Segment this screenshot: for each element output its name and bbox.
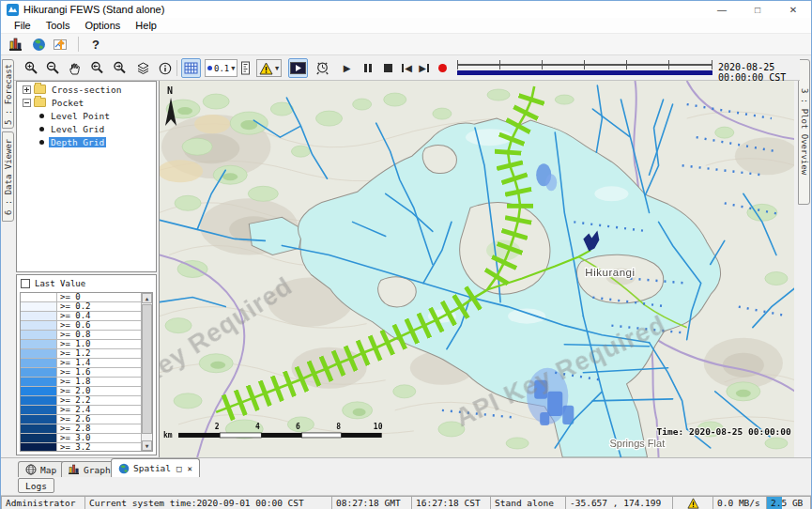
folder-icon <box>34 85 46 94</box>
tree-item-pocket[interactable]: Pocket <box>17 97 156 108</box>
legend-swatch <box>21 321 56 330</box>
zoom-out-icon[interactable] <box>43 58 63 78</box>
menu-help[interactable]: Help <box>128 19 164 32</box>
legend-row: >= 3.2 <box>21 443 152 452</box>
record-icon[interactable] <box>433 58 452 78</box>
undock-tab-icon[interactable]: □ <box>176 464 181 473</box>
pan-hand-icon[interactable] <box>65 58 84 78</box>
map-view[interactable]: API Key Required API Key Required Hikura… <box>159 81 794 457</box>
window-title: Hikurangi FEWS (Stand alone) <box>23 4 164 15</box>
chevron-down-icon: ▼ <box>231 65 235 72</box>
status-mode: Stand alone <box>491 496 566 509</box>
legend-swatch <box>21 424 56 433</box>
status-user: Administrator <box>1 496 85 509</box>
status-bar: Administrator Current system time:2020-0… <box>1 495 811 509</box>
grid-display-icon[interactable] <box>181 58 201 78</box>
time-slider-rail <box>457 64 712 66</box>
menu-options[interactable]: Options <box>77 19 128 32</box>
bullet-icon <box>39 127 44 131</box>
maximize-button[interactable]: □ <box>740 1 775 18</box>
tree-item-level-point[interactable]: Level Point <box>17 110 156 121</box>
last-value-label: Last Value <box>35 279 85 288</box>
folder-icon <box>34 98 46 107</box>
map-canvas[interactable]: API Key Required API Key Required Hikura… <box>160 81 794 457</box>
expand-icon[interactable] <box>23 85 31 94</box>
left-panel: Cross-section Pocket Level Point Level G… <box>14 81 159 457</box>
layers-icon[interactable] <box>133 58 153 78</box>
zoom-in-icon[interactable] <box>22 58 41 78</box>
legend-swatch <box>21 349 56 358</box>
status-transfer-rate: 0.0 MB/s <box>713 496 767 509</box>
last-value-row: Last Value <box>17 275 156 291</box>
svg-text:N: N <box>167 85 173 96</box>
legend-swatch <box>21 331 56 339</box>
tree-item-level-grid[interactable]: Level Grid <box>17 123 156 134</box>
status-warning[interactable] <box>673 496 713 509</box>
zoom-next-icon[interactable] <box>110 58 130 78</box>
map-time-label: Time: 2020-08-25 00:00:00 CST <box>657 426 794 437</box>
step-forward-icon[interactable]: ▶ <box>414 58 434 78</box>
time-slider[interactable] <box>457 59 712 78</box>
play-icon[interactable]: ▶ <box>337 58 357 78</box>
class-break-dropdown[interactable]: 0.1 ▼ <box>205 59 237 77</box>
legend-swatch <box>21 396 56 405</box>
main-toolbar: ? <box>1 34 811 55</box>
sidetab-data-viewer[interactable]: 6 : Data Viewer <box>2 131 14 222</box>
title-bar: Hikurangi FEWS (Stand alone) — □ ✕ <box>1 1 811 18</box>
svg-text:km: km <box>163 431 173 440</box>
zoom-previous-icon[interactable] <box>87 58 107 78</box>
minimize-button[interactable]: — <box>704 1 740 18</box>
legend-swatch <box>21 434 56 442</box>
timeseries-display-icon[interactable] <box>50 35 72 54</box>
legend-table: >= 0 >= 0.2 >= 0.4 >= 0.6 >= 0.8 >= 1.0 … <box>20 292 153 452</box>
sidetab-forecast[interactable]: 5 : Forecast <box>2 59 14 129</box>
last-value-checkbox[interactable] <box>21 279 30 288</box>
logs-row: Logs <box>1 477 811 495</box>
legend-scrollbar[interactable]: ▲ ▼ <box>141 293 152 451</box>
legend-panel: Last Value >= 0 >= 0.2 >= 0.4 >= 0.6 >= … <box>16 274 157 455</box>
app-logo-icon <box>7 4 19 16</box>
scroll-up-icon[interactable]: ▲ <box>142 293 152 303</box>
legend-swatch <box>21 340 56 348</box>
tab-map[interactable]: Map <box>18 461 64 477</box>
map-globe-icon[interactable] <box>27 35 50 54</box>
legend-swatch <box>21 312 56 320</box>
info-icon[interactable] <box>155 58 175 78</box>
legend-swatch <box>21 443 56 452</box>
globe-icon <box>118 463 130 474</box>
save-animation-icon[interactable] <box>313 58 332 78</box>
stop-icon[interactable] <box>378 58 398 78</box>
menu-tools[interactable]: Tools <box>38 19 78 32</box>
status-local-time: 16:27:18 CST <box>412 496 491 509</box>
legend-swatch <box>21 378 56 386</box>
pause-icon[interactable] <box>358 58 377 78</box>
svg-text:8: 8 <box>336 423 341 431</box>
gauge-label-icon[interactable] <box>236 58 255 78</box>
layers-tree: Cross-section Pocket Level Point Level G… <box>16 81 157 272</box>
warning-dropdown[interactable]: ▼ <box>256 59 282 77</box>
globe-wire-icon <box>25 464 37 475</box>
close-tab-icon[interactable]: ✕ <box>187 464 192 473</box>
movie-player-icon[interactable] <box>288 58 308 78</box>
explorer-barchart-icon[interactable] <box>5 35 27 54</box>
scroll-down-icon[interactable]: ▼ <box>142 440 152 451</box>
scrollbar-thumb[interactable] <box>142 304 152 434</box>
help-button[interactable]: ? <box>84 35 107 54</box>
tree-item-depth-grid[interactable]: Depth Grid <box>17 136 156 147</box>
menu-file[interactable]: File <box>7 19 38 32</box>
tree-item-cross-section[interactable]: Cross-section <box>17 84 156 95</box>
tab-spatial[interactable]: Spatial □ ✕ <box>111 458 200 477</box>
town-label: Hikurangi <box>585 267 635 278</box>
class-break-dot-icon <box>207 66 212 70</box>
logs-button[interactable]: Logs <box>18 478 54 493</box>
toolbar-separator <box>176 60 177 76</box>
close-button[interactable]: ✕ <box>775 1 811 18</box>
bar-chart-icon <box>69 464 80 475</box>
svg-text:10: 10 <box>374 423 383 431</box>
tab-graph[interactable]: Graph <box>61 461 118 477</box>
legend-swatch <box>21 293 56 301</box>
status-memory: 2.5 GB <box>767 496 811 509</box>
time-slider-range-bar[interactable] <box>457 70 712 75</box>
collapse-icon[interactable] <box>23 99 31 107</box>
legend-swatch <box>21 359 56 367</box>
